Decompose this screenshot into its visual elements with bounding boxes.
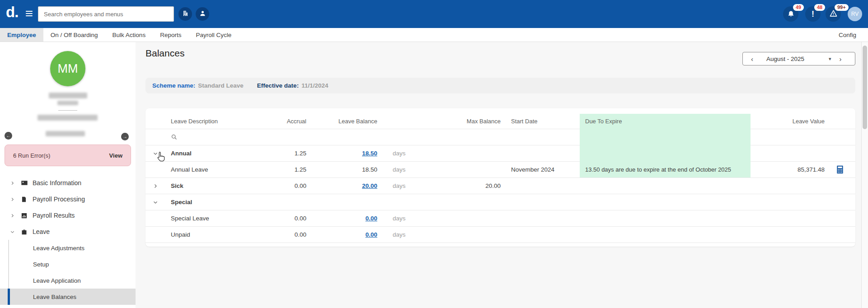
run-errors-alert: 6 Run Error(s) View (5, 145, 131, 166)
briefcase-icon (21, 229, 28, 235)
sidebar-item-leave-application[interactable]: Leave Application (0, 272, 136, 289)
balances-table: Leave Description Accrual Leave Balance … (145, 108, 855, 247)
view-errors-button[interactable]: View (109, 152, 122, 159)
col-leave-balance: Leave Balance (306, 114, 377, 129)
app-header: d. ! 49 48 99+ RV (0, 0, 868, 28)
redacted-employee-role (38, 115, 98, 121)
table-row-special: Special (145, 194, 855, 210)
annual-balance-link[interactable]: 18.50 (362, 150, 377, 157)
table-row-unpaid: Unpaid 0.00 0.00 days (145, 227, 855, 243)
table-row-annual-leave: Annual Leave 1.25 18.50 days November 20… (145, 162, 855, 178)
profile-divider (58, 110, 77, 111)
col-leave-description: Leave Description (165, 114, 249, 129)
table-row-sick: Sick 0.00 20.00 days 20.00 (145, 178, 855, 194)
collapse-special-button[interactable] (145, 194, 165, 210)
employee-button[interactable] (196, 7, 209, 21)
next-month-button[interactable]: › (840, 55, 842, 63)
app-logo: d. (6, 4, 18, 21)
page-title: Balances (145, 48, 184, 59)
sidebar-item-payroll-processing[interactable]: Payroll Processing (0, 191, 136, 207)
user-avatar[interactable]: RV (848, 7, 862, 21)
person-icon (199, 10, 206, 19)
unpaid-balance-link[interactable]: 0.00 (366, 231, 377, 238)
bell-badge: 49 (793, 4, 804, 11)
employee-avatar: MM (50, 51, 85, 86)
chevron-right-icon (10, 181, 15, 186)
id-card-icon (21, 179, 28, 187)
tab-employee[interactable]: Employee (0, 28, 43, 42)
next-employee-button[interactable]: → (121, 133, 129, 140)
scheme-name-label: Scheme name: (152, 82, 195, 89)
chevron-right-icon (10, 197, 15, 202)
previous-month-button[interactable]: ‹ (751, 55, 753, 63)
employee-sidebar: MM ← → 6 Run Error(s) View Basic Informa… (0, 42, 136, 308)
period-selector: ‹ August - 2025 ▾ › (742, 52, 855, 65)
run-errors-text: 6 Run Error(s) (13, 152, 50, 159)
sidebar-item-payroll-results[interactable]: Payroll Results (0, 207, 136, 224)
redacted-employee-name-2 (57, 101, 78, 105)
sidebar-item-leave[interactable]: Leave (0, 224, 136, 240)
tab-reports[interactable]: Reports (153, 28, 188, 42)
redacted-employee-name (49, 93, 87, 98)
scheme-info-bar: Scheme name: Standard Leave Effective da… (145, 78, 855, 93)
main-content: Balances ‹ August - 2025 ▾ › Scheme name… (136, 42, 861, 308)
tab-payroll-cycle[interactable]: Payroll Cycle (188, 28, 239, 42)
table-row-annual: Annual 1.25 18.50 days (145, 145, 855, 162)
warnings-badge: 99+ (835, 4, 849, 11)
vertical-scrollbar[interactable] (861, 42, 868, 308)
chart-icon (21, 212, 28, 219)
config-link[interactable]: Config (839, 28, 856, 42)
tab-bulk-actions[interactable]: Bulk Actions (105, 28, 153, 42)
calculator-icon[interactable] (825, 162, 855, 178)
expire-message: 13.50 days are due to expire at the end … (580, 162, 751, 178)
hamburger-menu-icon[interactable] (26, 11, 33, 18)
col-due-to-expire: Due To Expire (580, 114, 751, 129)
alerts-badge: 48 (814, 4, 825, 11)
effective-date-value: 11/1/2024 (301, 82, 328, 89)
table-header-row: Leave Description Accrual Leave Balance … (145, 114, 855, 129)
col-max-balance: Max Balance (421, 114, 501, 129)
previous-employee-button[interactable]: ← (5, 132, 12, 140)
sidebar-nav: Basic Information Payroll Processing Pay… (0, 175, 136, 305)
effective-date-label: Effective date: (257, 82, 299, 89)
redacted-employee-id (46, 131, 85, 136)
sidebar-item-leave-balances[interactable]: Leave Balances (0, 289, 136, 305)
company-button[interactable] (178, 7, 192, 21)
period-dropdown-caret-icon[interactable]: ▾ (829, 56, 831, 62)
mouse-cursor-hand (155, 152, 165, 164)
sick-balance-link[interactable]: 20.00 (362, 182, 377, 189)
table-row-special-leave: Special Leave 0.00 0.00 days (145, 210, 855, 227)
col-start-date: Start Date (501, 114, 580, 129)
special-leave-balance-link[interactable]: 0.00 (366, 215, 377, 222)
col-accrual: Accrual (249, 114, 306, 129)
col-leave-value: Leave Value (751, 114, 825, 129)
building-icon (182, 10, 189, 19)
chevron-down-icon (10, 229, 15, 234)
exclamation-icon: ! (812, 9, 814, 19)
scrollbar-thumb[interactable] (863, 46, 867, 129)
table-search-icon[interactable] (165, 129, 249, 145)
document-icon (21, 196, 28, 203)
sidebar-item-leave-adjustments[interactable]: Leave Adjustments (0, 240, 136, 256)
chevron-right-icon (10, 213, 15, 218)
sidebar-item-setup[interactable]: Setup (0, 256, 136, 272)
global-search-input[interactable] (38, 6, 174, 22)
table-search-row[interactable] (145, 129, 855, 145)
module-tabs: Employee On / Off Boarding Bulk Actions … (0, 28, 868, 42)
period-label: August - 2025 (766, 56, 816, 62)
tab-on-off-boarding[interactable]: On / Off Boarding (43, 28, 105, 42)
expand-sick-button[interactable] (145, 178, 165, 194)
scheme-name-value: Standard Leave (198, 82, 244, 89)
sidebar-item-basic-information[interactable]: Basic Information (0, 175, 136, 191)
bell-icon (787, 9, 795, 19)
